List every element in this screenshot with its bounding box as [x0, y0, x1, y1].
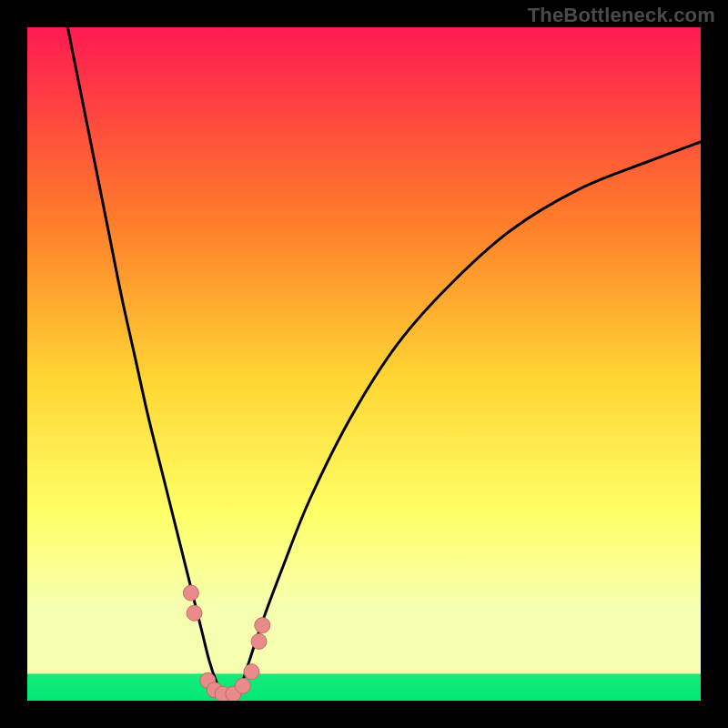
marker-point — [235, 678, 250, 693]
chart-stage: TheBottleneck.com — [0, 0, 728, 728]
marker-point — [183, 585, 198, 601]
marker-point — [244, 664, 259, 680]
marker-point — [251, 633, 267, 649]
watermark-text: TheBottleneck.com — [528, 4, 715, 27]
marker-point — [187, 605, 202, 621]
green-band — [27, 673, 701, 701]
plot-area — [27, 27, 701, 701]
gradient-background — [27, 27, 701, 701]
chart-svg — [27, 27, 701, 701]
marker-point — [255, 618, 270, 633]
